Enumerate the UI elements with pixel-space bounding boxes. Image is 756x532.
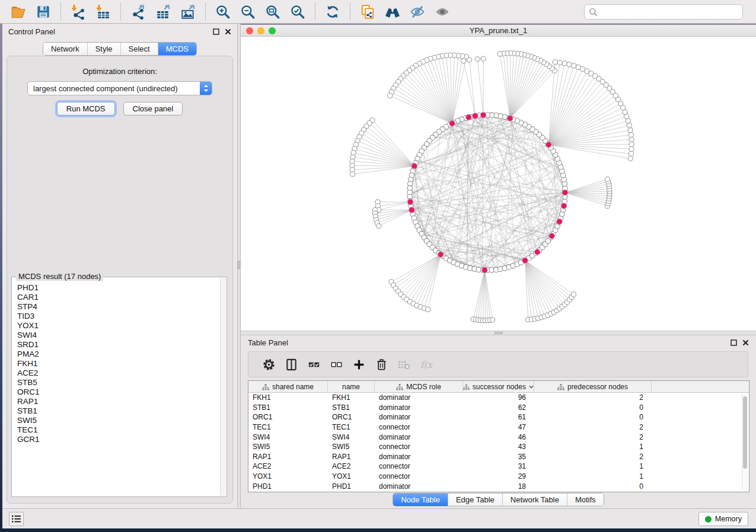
show-all-button[interactable] [433,3,451,21]
table-cell[interactable]: STB1 [248,403,328,412]
table-settings-button[interactable] [257,354,280,374]
apply-preferred-layout-button[interactable] [324,3,342,21]
dominator-node[interactable] [407,199,413,205]
table-cell[interactable]: 96 [463,393,534,402]
table-cell[interactable]: 2 [534,393,652,402]
column-header-predecessor-nodes[interactable]: predecessor nodes [534,381,652,393]
network-node[interactable] [576,65,580,69]
tab-motifs[interactable]: Motifs [567,493,604,506]
dominator-node[interactable] [449,121,455,127]
network-node[interactable] [629,142,634,146]
table-cell[interactable]: 1 [534,443,652,451]
table-cell[interactable]: ORC1 [328,413,375,421]
table-cell[interactable]: 2 [534,433,652,441]
network-node[interactable] [628,128,633,133]
column-header-successor-nodes[interactable]: successor nodes [463,381,534,393]
tab-edge-table[interactable]: Edge Table [448,493,502,506]
table-row[interactable]: SWI5SWI5connector431 [248,442,749,452]
dominator-node[interactable] [561,203,567,209]
network-node[interactable] [387,93,392,98]
table-cell[interactable]: TEC1 [328,423,375,431]
float-panel-icon[interactable] [213,28,219,35]
network-node[interactable] [350,172,355,177]
deselect-all-rows-button[interactable] [325,354,347,374]
close-window-icon[interactable] [246,27,253,34]
zoom-selected-button[interactable] [289,3,307,21]
table-cell[interactable]: SWI5 [248,443,328,451]
horizontal-splitter[interactable] [241,331,756,335]
dominator-node[interactable] [438,252,444,258]
table-cell[interactable]: SWI5 [328,443,375,451]
table-cell[interactable]: RAP1 [248,453,328,461]
network-node[interactable] [426,307,430,312]
tab-network-table[interactable]: Network Table [502,493,567,506]
mcds-result-item[interactable]: SRD1 [12,340,219,350]
table-row[interactable]: YOX1YOX1connector291 [248,472,749,482]
table-cell[interactable]: STB1 [328,403,375,412]
network-node[interactable] [567,62,572,67]
dominator-node[interactable] [562,190,568,196]
vertical-splitter-grip[interactable] [238,261,240,269]
add-column-button[interactable] [347,354,370,374]
dominator-node[interactable] [522,258,528,264]
column-header-name[interactable]: name [328,381,375,393]
table-cell[interactable]: ACE2 [328,462,375,470]
dominator-node[interactable] [546,142,551,148]
table-row[interactable]: RAP1RAP1dominator352 [248,452,749,462]
zoom-fit-button[interactable] [264,3,282,21]
zoom-window-icon[interactable] [269,27,276,34]
memory-button[interactable]: Memory [698,512,748,526]
table-row[interactable]: PHD1PHD1dominator180 [248,481,749,491]
run-mcds-button[interactable]: Run MCDS [57,102,115,116]
tab-mcds[interactable]: MCDS [158,43,196,55]
network-canvas[interactable] [241,37,756,331]
mcds-result-list[interactable]: PHD1CAR1STP4TID3YOX1SWI4SRD1PMA2FKH1ACE2… [12,278,219,496]
network-node[interactable] [562,61,567,66]
table-cell[interactable]: ACE2 [248,462,328,470]
network-node[interactable] [571,292,576,297]
table-cell[interactable]: 1 [534,462,652,470]
new-network-from-selection-button[interactable] [359,3,377,21]
table-scrollbar[interactable] [742,394,748,489]
table-cell[interactable]: 2 [534,453,652,461]
table-cell[interactable]: FKH1 [328,393,375,402]
first-neighbors-button[interactable] [384,3,401,21]
network-node[interactable] [605,177,610,181]
table-row[interactable]: TEC1TEC1connector472 [248,422,749,432]
table-cell[interactable]: FKH1 [248,393,328,402]
table-cell[interactable]: PHD1 [328,482,375,491]
network-window-titlebar[interactable]: YPA_prune.txt_1 [241,25,756,37]
table-cell[interactable]: dominator [375,413,463,421]
network-node[interactable] [377,224,381,229]
close-table-panel-icon[interactable] [742,339,749,346]
table-row[interactable]: ORC1ORC1dominator610 [248,412,749,422]
table-cell[interactable]: connector [375,423,463,431]
network-node[interactable] [553,60,557,65]
table-row[interactable]: FKH1FKH1dominator962 [248,393,749,403]
mcds-result-item[interactable]: TID3 [12,312,219,321]
table-cell[interactable]: ORC1 [248,413,328,421]
table-scrollbar-thumb[interactable] [743,396,747,469]
import-network-button[interactable] [69,3,87,21]
search-input[interactable] [600,6,742,18]
network-node[interactable] [629,146,634,151]
table-row[interactable]: ACE2ACE2connector311 [248,462,749,472]
table-cell[interactable]: 18 [463,482,534,491]
dominator-node[interactable] [480,112,486,118]
zoom-out-button[interactable] [239,3,257,21]
mcds-result-item[interactable]: CAR1 [12,293,219,302]
column-visibility-button[interactable] [280,354,302,374]
table-cell[interactable]: dominator [375,403,463,412]
network-node[interactable] [481,56,486,61]
mcds-result-item[interactable]: RAP1 [12,397,219,406]
mcds-result-scrollbar[interactable] [220,278,226,496]
column-header-shared-name[interactable]: shared name [248,381,328,393]
table-cell[interactable]: 47 [463,423,534,431]
table-cell[interactable]: dominator [375,433,463,441]
table-cell[interactable]: 0 [534,413,652,421]
table-cell[interactable]: 43 [463,443,534,451]
network-node[interactable] [629,151,633,156]
network-node[interactable] [572,63,576,68]
table-cell[interactable]: TEC1 [248,423,328,431]
mcds-result-item[interactable]: ACE2 [12,368,219,378]
